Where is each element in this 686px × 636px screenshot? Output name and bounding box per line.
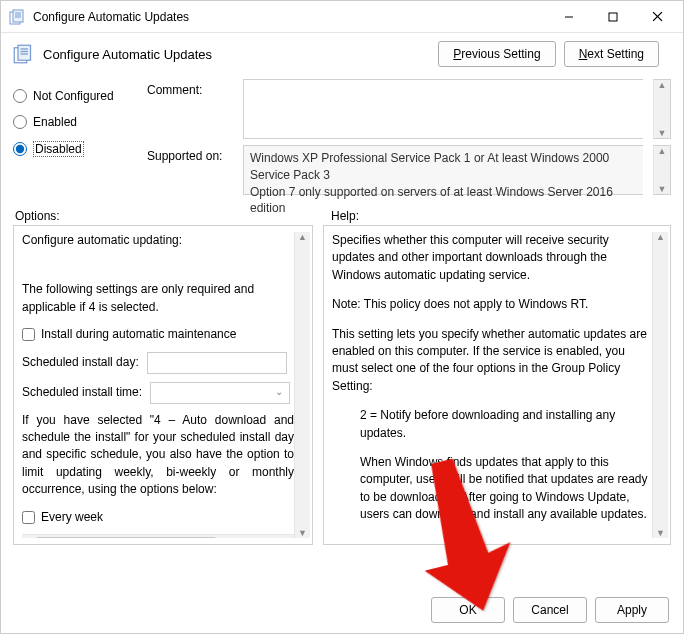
supported-text: Windows XP Professional Service Pack 1 o… [243,145,643,195]
help-text: This setting lets you specify whether au… [332,326,652,396]
subheader: Configure Automatic Updates Previous Set… [1,33,683,75]
scrollbar[interactable]: ▲▼ [294,232,310,538]
footer: OK Cancel Apply [1,587,683,633]
minimize-button[interactable] [547,2,591,32]
options-label: Options: [15,209,311,223]
chk-install-maintenance-label: Install during automatic maintenance [41,326,236,343]
cancel-button[interactable]: Cancel [513,597,587,623]
config-area: Not Configured Enabled Disabled Comment:… [1,75,683,203]
radio-not-configured[interactable] [13,89,27,103]
scrollbar[interactable]: ▲▼ [653,145,671,195]
help-text: Specifies whether this computer will rec… [332,232,652,284]
help-text: 2 = Notify before downloading and instal… [332,407,652,442]
supported-label: Supported on: [147,145,233,163]
scrollbar[interactable]: ▲▼ [652,232,668,538]
chk-every-week-label: Every week [41,509,103,526]
options-note: The following settings are only required… [22,281,294,316]
options-heading: Configure automatic updating: [22,232,294,249]
radio-disabled[interactable] [13,142,27,156]
chk-install-maintenance[interactable] [22,328,35,341]
chk-every-week[interactable] [22,511,35,524]
svg-rect-1 [13,10,23,22]
titlebar: Configure Automatic Updates [1,1,683,33]
svg-rect-10 [18,45,31,60]
policy-icon [13,44,33,64]
options-panel: Configure automatic updating: The follow… [13,225,313,545]
apply-button[interactable]: Apply [595,597,669,623]
close-button[interactable] [635,2,679,32]
help-panel: Specifies whether this computer will rec… [323,225,671,545]
install-time-label: Scheduled install time: [22,384,142,401]
install-time-select[interactable]: ⌄ [150,382,290,404]
help-label: Help: [331,209,359,223]
radio-disabled-label[interactable]: Disabled [33,141,84,157]
previous-setting-button[interactable]: Previous Setting [438,41,555,67]
radio-enabled-label[interactable]: Enabled [33,115,77,129]
chevron-down-icon: ⌄ [275,385,283,400]
install-day-select[interactable] [147,352,287,374]
comment-textarea[interactable] [243,79,643,139]
policy-title: Configure Automatic Updates [43,47,428,62]
next-setting-button[interactable]: Next Setting [564,41,659,67]
comment-label: Comment: [147,79,233,97]
state-radios: Not Configured Enabled Disabled [13,79,133,195]
radio-enabled[interactable] [13,115,27,129]
help-text: Note: This policy does not apply to Wind… [332,296,652,313]
svg-rect-6 [609,13,617,21]
policy-icon [9,9,25,25]
dialog-window: Configure Automatic Updates Configure Au… [0,0,684,634]
ok-button[interactable]: OK [431,597,505,623]
install-day-label: Scheduled install day: [22,354,139,371]
horizontal-scrollbar[interactable] [22,534,294,538]
options-para: If you have selected "4 – Auto download … [22,412,294,499]
window-title: Configure Automatic Updates [33,10,547,24]
maximize-button[interactable] [591,2,635,32]
scrollbar[interactable]: ▲▼ [653,79,671,139]
radio-not-configured-label[interactable]: Not Configured [33,89,114,103]
